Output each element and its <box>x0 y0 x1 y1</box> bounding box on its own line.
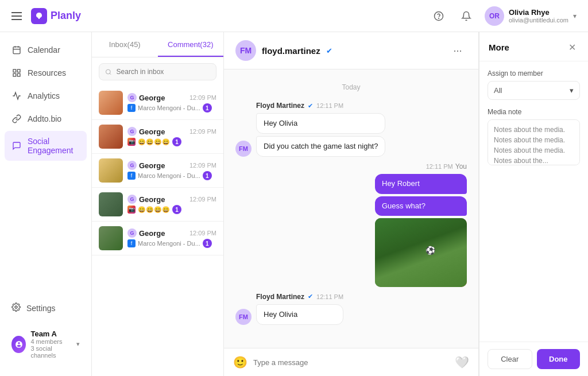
search-box[interactable] <box>99 63 216 80</box>
msg-time: 12:11 PM <box>316 102 343 109</box>
msg-verified-icon: ✔ <box>308 102 313 110</box>
team-chevron-icon: ▾ <box>76 340 80 348</box>
date-divider: Today <box>235 83 467 91</box>
chat-user: FM floyd.martinez ✔ <box>235 40 332 61</box>
list-item[interactable]: G George 12:09 PM 📷 😄😄😄😄 1 <box>92 120 223 154</box>
sidebar-nav: Calendar Resources Analytics Addto.bio <box>0 39 91 297</box>
msg-bubble: Hey Robert <box>375 174 467 193</box>
help-icon[interactable] <box>430 7 448 25</box>
topnav-right: OR Olivia Rhye olivia@untitledui.com ▾ <box>430 6 577 26</box>
msg-bubble: Did you catch the game last night? <box>256 136 385 157</box>
emoji-button[interactable]: 🙂 <box>233 355 247 369</box>
calendar-icon <box>11 45 22 55</box>
inbox-info: G George 12:09 PM 📷 😄😄😄😄 1 <box>127 127 216 146</box>
chat-input-bar: 🙂 🤍 <box>224 348 478 376</box>
inbox-badge: 1 <box>172 205 181 214</box>
close-button[interactable]: ✕ <box>565 40 579 54</box>
sender-name: George <box>139 161 165 170</box>
sidebar-label-resources: Resources <box>28 68 66 77</box>
sidebar-item-resources[interactable]: Resources <box>5 62 87 84</box>
platform-fb-icon: f <box>127 104 136 112</box>
main-layout: Calendar Resources Analytics Addto.bio <box>0 32 588 376</box>
brand-name: Planly <box>51 10 81 22</box>
sender-name: George <box>139 195 165 204</box>
inbox-badge: 1 <box>203 239 212 248</box>
assign-value: All <box>494 86 502 95</box>
hamburger-menu[interactable] <box>11 12 22 20</box>
inbox-thumb <box>99 91 123 115</box>
assign-chevron-icon: ▾ <box>570 86 574 95</box>
more-footer: Clear Done <box>479 342 588 376</box>
inbox-sub-text: 😄😄😄😄 <box>138 138 170 146</box>
msg-time: 12:11 PM <box>316 293 343 300</box>
msg-verified-icon: ✔ <box>308 293 313 300</box>
chat-avatar: FM <box>235 40 256 61</box>
sender-name: George <box>139 127 165 136</box>
inbox-info: G George 12:09 PM f Marco Mengoni - Du..… <box>127 228 216 248</box>
msg-content: Floyd Martinez ✔ 12:11 PM Hey Olivia <box>256 293 343 325</box>
team-section[interactable]: Team A 4 members 3 social channels ▾ <box>5 324 87 365</box>
msg-bubble: Hey Olivia <box>256 113 385 134</box>
sender-name: George <box>139 229 165 238</box>
msg-avatar: FM <box>235 141 252 157</box>
sidebar-label-addtobio: Addto.bio <box>28 114 61 123</box>
media-note-input[interactable]: Notes about the media. Notes about the m… <box>488 119 580 165</box>
inbox-time: 12:09 PM <box>189 162 216 169</box>
svg-point-11 <box>106 69 110 74</box>
inbox-list: G George 12:09 PM f Marco Mengoni - Du..… <box>92 86 223 376</box>
resources-icon <box>11 68 22 78</box>
sidebar-label-settings: Settings <box>26 304 56 313</box>
search-input[interactable] <box>117 68 210 76</box>
more-title: More <box>489 42 509 52</box>
sidebar-item-addtobio[interactable]: Addto.bio <box>5 108 87 130</box>
sidebar-item-calendar[interactable]: Calendar <box>5 39 87 61</box>
sender-avatar: G <box>127 228 137 238</box>
tab-comment[interactable]: Comment(32) <box>158 32 224 57</box>
notification-icon[interactable] <box>457 7 475 25</box>
inbox-sub-text: Marco Mengoni - Du... <box>138 104 200 111</box>
list-item[interactable]: G George 12:09 PM 📷 😄😄😄😄 1 <box>92 188 223 222</box>
sidebar-label-calendar: Calendar <box>28 45 60 55</box>
tab-inbox[interactable]: Inbox(45) <box>92 32 158 57</box>
inbox-info: G George 12:09 PM 📷 😄😄😄😄 1 <box>127 195 216 214</box>
platform-ig-icon: 📷 <box>127 206 136 214</box>
team-name: Team A <box>30 330 72 338</box>
chat-header: FM floyd.martinez ✔ ··· <box>224 32 478 69</box>
chat-options-button[interactable]: ··· <box>448 41 467 60</box>
inbox-tabs: Inbox(45) Comment(32) <box>92 32 223 57</box>
topnav-left: Planly <box>11 8 81 24</box>
heart-button[interactable]: 🤍 <box>455 355 469 369</box>
clear-button[interactable]: Clear <box>488 349 532 369</box>
platform-fb-icon: f <box>127 239 136 247</box>
chat-username: floyd.martinez <box>262 46 320 56</box>
inbox-badge: 1 <box>172 137 181 146</box>
sidebar-item-settings[interactable]: Settings <box>5 297 87 319</box>
social-icon <box>11 141 22 151</box>
more-panel: More ✕ Assign to member All ▾ Media note… <box>479 32 588 376</box>
assign-select[interactable]: All ▾ <box>488 81 580 100</box>
message-row-incoming: FM Floyd Martinez ✔ 12:11 PM Hey Olivia <box>235 293 467 325</box>
inbox-info: G George 12:09 PM f Marco Mengoni - Du..… <box>127 93 216 113</box>
sender-avatar: G <box>127 161 137 170</box>
svg-rect-2 <box>13 47 20 54</box>
sidebar-item-analytics[interactable]: Analytics <box>5 85 87 107</box>
inbox-sub-text: Marco Mengoni - Du... <box>138 240 200 247</box>
media-note-section: Media note Notes about the media. Notes … <box>488 108 580 168</box>
user-avatar: OR <box>485 6 504 26</box>
sidebar-item-social[interactable]: Social Engagement <box>5 131 87 161</box>
svg-point-10 <box>15 306 17 308</box>
inbox-search <box>92 57 223 86</box>
message-input[interactable] <box>253 358 449 367</box>
list-item[interactable]: G George 12:09 PM f Marco Mengoni - Du..… <box>92 86 223 120</box>
sender-name: George <box>139 94 165 102</box>
user-menu[interactable]: OR Olivia Rhye olivia@untitledui.com ▾ <box>485 6 577 26</box>
assign-section: Assign to member All ▾ <box>488 69 580 100</box>
team-members: 4 members <box>30 338 72 345</box>
done-button[interactable]: Done <box>537 349 581 369</box>
inbox-thumb <box>99 125 123 149</box>
platform-fb-icon: f <box>127 172 136 180</box>
settings-icon <box>11 303 21 313</box>
list-item[interactable]: G George 12:09 PM f Marco Mengoni - Du..… <box>92 154 223 188</box>
team-logo-icon <box>11 336 26 353</box>
list-item[interactable]: G George 12:09 PM f Marco Mengoni - Du..… <box>92 222 223 255</box>
